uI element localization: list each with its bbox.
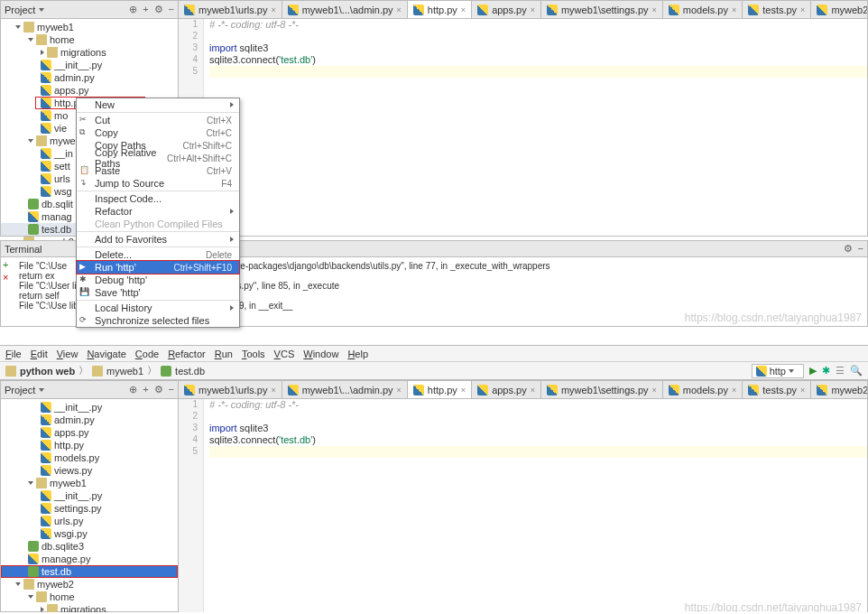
menu-item[interactable]: Delete...Delete xyxy=(77,248,239,261)
editor-tab[interactable]: http.py× xyxy=(408,1,472,18)
tree-item[interactable]: urls.py xyxy=(1,515,178,527)
tree-item[interactable]: models.py xyxy=(1,451,178,464)
code-editor[interactable]: # -*- coding: utf-8 -*- import sqlite3 s… xyxy=(204,399,867,612)
close-icon[interactable]: × xyxy=(800,386,805,395)
editor-tab[interactable]: myweb2\settings.py× xyxy=(811,1,867,18)
editor-tab[interactable]: myweb1\settings.py× xyxy=(541,381,663,398)
tree-item[interactable]: admin.py xyxy=(1,414,178,426)
chevron-down-icon[interactable] xyxy=(28,139,33,143)
tree-item[interactable]: __init__.py xyxy=(1,489,178,502)
tree-item[interactable]: myweb1 xyxy=(1,477,178,489)
tree-item[interactable]: __init__.py xyxy=(1,401,178,414)
tree-item[interactable]: home xyxy=(1,33,178,46)
menu-item[interactable]: ▶Run 'http'Ctrl+Shift+F10 xyxy=(77,261,239,274)
chevron-down-icon[interactable] xyxy=(28,595,33,599)
menu-file[interactable]: File xyxy=(5,349,22,359)
menu-item[interactable]: Refactor xyxy=(77,205,239,218)
editor-tab[interactable]: apps.py× xyxy=(472,1,541,18)
close-icon[interactable]: × xyxy=(531,5,535,14)
close-icon[interactable]: × xyxy=(397,386,402,395)
close-icon[interactable]: × xyxy=(800,5,805,14)
add-icon[interactable]: + xyxy=(143,4,148,15)
main-menu-bar[interactable]: FileEditViewNavigateCodeRefactorRunTools… xyxy=(0,346,868,362)
close-icon[interactable]: × xyxy=(652,5,657,14)
locate-icon[interactable]: ⊕ xyxy=(129,4,137,15)
menu-item[interactable]: ⧉CopyCtrl+C xyxy=(77,126,239,139)
tree-item[interactable]: migrations xyxy=(1,46,178,59)
run-button[interactable]: ▶ xyxy=(809,365,817,377)
tree-item[interactable]: myweb2 xyxy=(1,578,178,591)
editor-tab[interactable]: myweb1\...\admin.py× xyxy=(282,1,408,18)
chevron-right-icon[interactable] xyxy=(41,50,44,55)
tree-item[interactable]: myweb1 xyxy=(1,21,178,33)
editor-tab[interactable]: tests.py× xyxy=(743,1,811,18)
plus-icon[interactable]: + xyxy=(3,259,15,270)
editor-tab[interactable]: models.py× xyxy=(663,381,743,398)
breadcrumb[interactable]: python web xyxy=(20,366,75,377)
code-editor[interactable]: # -*- coding: utf-8 -*- import sqlite3 s… xyxy=(204,19,867,236)
chevron-down-icon[interactable] xyxy=(39,388,44,392)
minimize-icon[interactable]: − xyxy=(858,243,863,255)
tree-item[interactable]: __init__.py xyxy=(1,59,178,71)
menu-edit[interactable]: Edit xyxy=(31,349,48,359)
editor-tab[interactable]: myweb1\...\admin.py× xyxy=(282,381,408,398)
close-icon[interactable]: × xyxy=(461,386,466,395)
editor-tab[interactable]: myweb2\settings.py× xyxy=(811,381,867,398)
tree-item[interactable]: apps.py xyxy=(1,426,178,439)
editor-tab[interactable]: myweb1\urls.py× xyxy=(179,381,282,398)
breadcrumb[interactable]: test.db xyxy=(175,366,205,377)
menu-run[interactable]: Run xyxy=(215,349,233,359)
menu-item[interactable]: New xyxy=(77,98,239,111)
menu-item[interactable]: ✱Debug 'http' xyxy=(77,274,239,286)
menu-refactor[interactable]: Refactor xyxy=(168,349,206,359)
menu-view[interactable]: View xyxy=(57,349,78,359)
close-icon[interactable]: × xyxy=(531,386,535,395)
editor-tab[interactable]: myweb1\urls.py× xyxy=(179,1,282,18)
menu-item[interactable]: Add to Favorites xyxy=(77,233,239,246)
editor-area[interactable]: −⌄ myweb1\urls.py×myweb1\...\admin.py×ht… xyxy=(179,0,868,237)
menu-navigate[interactable]: Navigate xyxy=(87,349,125,359)
tree-item[interactable]: apps.py xyxy=(1,84,178,97)
context-menu[interactable]: New✂CutCtrl+X⧉CopyCtrl+CCopy PathsCtrl+S… xyxy=(76,98,240,328)
debug-button[interactable]: ✱ xyxy=(822,365,830,377)
chevron-down-icon[interactable] xyxy=(28,481,33,485)
menu-item[interactable]: 📋PasteCtrl+V xyxy=(77,164,239,177)
menu-item[interactable]: 💾Save 'http' xyxy=(77,286,239,299)
menu-item[interactable]: Copy Relative PathsCtrl+Alt+Shift+C xyxy=(77,152,239,164)
tree-item[interactable]: manage.py xyxy=(1,553,178,565)
editor-tab[interactable]: myweb1\settings.py× xyxy=(541,1,663,18)
close-icon[interactable]: × xyxy=(3,272,15,283)
menu-help[interactable]: Help xyxy=(347,349,368,359)
search-icon[interactable]: 🔍 xyxy=(850,365,863,377)
toolbar-icon[interactable]: ☰ xyxy=(836,365,845,377)
project-tool-window[interactable]: Project ⊕ + ⚙ − __init__.pyadmin.pyapps.… xyxy=(0,380,179,612)
minimize-icon[interactable]: − xyxy=(169,4,174,15)
tree-item[interactable]: db.sqlite3 xyxy=(1,540,178,553)
minimize-icon[interactable]: − xyxy=(169,384,174,395)
menu-item[interactable]: Local History xyxy=(77,302,239,314)
editor-tab[interactable]: models.py× xyxy=(663,1,743,18)
close-icon[interactable]: × xyxy=(271,5,275,14)
gear-icon[interactable]: ⚙ xyxy=(844,243,853,255)
tree-item[interactable]: home xyxy=(1,591,178,603)
run-config-selector[interactable]: http xyxy=(752,364,804,378)
menu-code[interactable]: Code xyxy=(135,349,159,359)
chevron-down-icon[interactable] xyxy=(15,582,21,586)
menu-vcs[interactable]: VCS xyxy=(274,349,295,359)
close-icon[interactable]: × xyxy=(397,5,402,14)
close-icon[interactable]: × xyxy=(652,386,657,395)
close-icon[interactable]: × xyxy=(732,5,736,14)
menu-item[interactable]: ✂CutCtrl+X xyxy=(77,114,239,126)
locate-icon[interactable]: ⊕ xyxy=(129,384,137,395)
tree-item[interactable]: test.db xyxy=(1,565,178,578)
editor-tab[interactable]: tests.py× xyxy=(743,381,811,398)
menu-tools[interactable]: Tools xyxy=(242,349,265,359)
tree-item[interactable]: http.py xyxy=(1,439,178,451)
gear-icon[interactable]: ⚙ xyxy=(154,4,163,15)
close-icon[interactable]: × xyxy=(461,5,466,14)
editor-tab[interactable]: http.py× xyxy=(408,381,472,398)
breadcrumb[interactable]: myweb1 xyxy=(106,366,143,377)
editor-tab[interactable]: apps.py× xyxy=(472,381,541,398)
close-icon[interactable]: × xyxy=(732,386,736,395)
editor-area[interactable]: −⌄ myweb1\urls.py×myweb1\...\admin.py×ht… xyxy=(179,380,868,612)
